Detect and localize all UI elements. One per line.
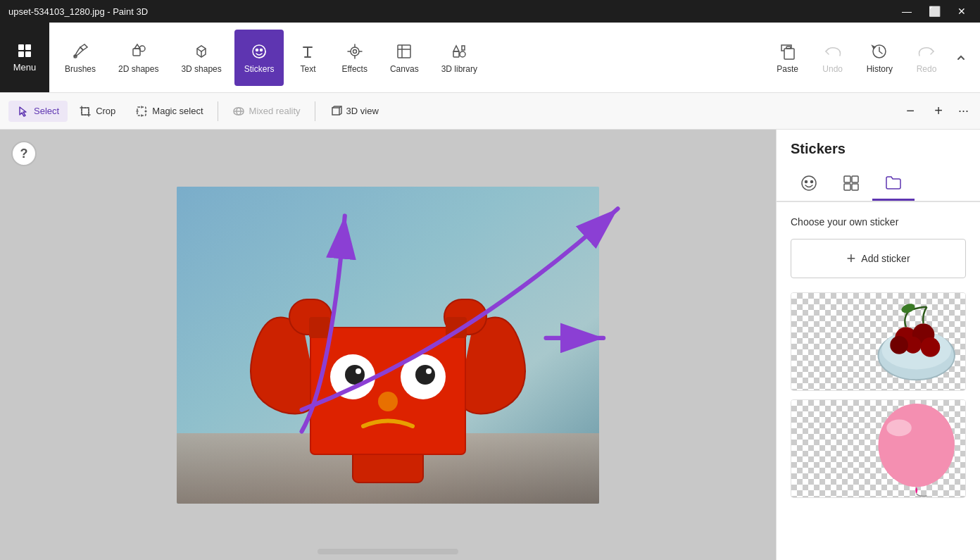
svg-point-42 [802,176,816,190]
select-icon [17,105,30,118]
zoom-out-button[interactable]: − [899,100,922,123]
svg-rect-1 [25,44,31,50]
svg-point-12 [353,49,356,53]
toolbar-canvas[interactable]: Canvas [380,30,429,86]
svg-point-10 [260,49,263,51]
svg-rect-25 [310,328,465,454]
crop-button[interactable]: Crop [70,101,124,122]
zoom-more-button[interactable]: ··· [955,101,972,121]
window-title: upset-534103_1280.jpg - Paint 3D [8,6,896,17]
3d-view-icon [329,105,342,118]
secondary-toolbar: Select Crop Magic select Mixed reality [0,93,980,130]
3dshape-icon [191,42,211,61]
toolbar-redo[interactable]: Redo [905,30,948,86]
canvas-area[interactable]: ? [0,130,776,560]
menu-icon [16,42,33,59]
add-sticker-button[interactable]: + Add sticker [791,239,966,278]
redo-icon [917,42,936,61]
toolbar-items: Brushes 2D shapes 3D shapes [49,23,758,92]
toolbar-3d-shapes[interactable]: 3D shapes [171,30,231,86]
toolbar-brushes[interactable]: Brushes [55,30,106,86]
select-label: Select [34,106,59,116]
history-label: History [867,64,893,74]
svg-rect-45 [844,176,850,182]
svg-point-58 [886,420,911,437]
svg-rect-2 [18,51,24,57]
main-toolbar: Menu Brushes 2D shapes [0,23,980,93]
canvas-icon [394,42,414,61]
svg-point-28 [345,365,365,385]
select-button[interactable]: Select [8,101,68,122]
svg-rect-16 [784,49,794,59]
stickers-label: Stickers [244,64,275,74]
panel-tab-folder[interactable] [872,166,915,201]
svg-point-44 [811,181,813,183]
maximize-button[interactable]: ⬜ [923,4,946,18]
minimize-button[interactable]: — [896,4,917,18]
folder-icon [884,173,903,192]
svg-marker-7 [134,44,140,49]
magic-select-button[interactable]: Magic select [127,101,211,122]
panel-title: Stickers [777,130,980,157]
3dlibrary-icon [449,42,469,61]
history-icon [869,42,889,61]
close-button[interactable]: ✕ [952,4,972,18]
add-sticker-label: Add sticker [861,253,910,264]
svg-point-43 [805,181,808,183]
sticker-preview-balloon[interactable] [791,399,966,498]
undo-label: Undo [822,64,843,74]
toolbar-right: Paste Undo History Redo [758,23,980,92]
toolbar-undo[interactable]: Undo [812,30,854,86]
menu-label: Menu [13,62,37,73]
svg-point-34 [378,392,398,411]
sticker-grid-icon [841,173,861,193]
menu-button[interactable]: Menu [0,23,49,92]
3d-view-button[interactable]: 3D view [321,101,387,122]
svg-point-9 [256,49,258,51]
right-panel: Stickers [776,130,980,560]
toolbar-stickers[interactable]: Stickers [234,30,284,86]
mixed-reality-button[interactable]: Mixed reality [224,101,309,122]
main-content: ? [0,130,980,560]
window-controls: — ⬜ ✕ [896,4,972,18]
svg-rect-46 [852,176,858,182]
brushes-label: Brushes [65,64,96,74]
cherries-svg [791,293,965,390]
canvas-image [177,187,599,504]
svg-rect-38 [446,317,467,338]
svg-point-33 [426,368,432,374]
sticker-preview-cherries[interactable] [791,292,966,391]
paste-label: Paste [777,64,798,74]
toolbar-2d-shapes[interactable]: 2D shapes [108,30,168,86]
toolbar-separator-1 [218,101,218,121]
svg-rect-0 [18,44,24,50]
canvas-label: Canvas [390,64,419,74]
zoom-in-button[interactable]: + [927,100,950,123]
brush-icon [70,42,90,61]
panel-tab-emoji[interactable] [788,166,830,201]
2d-shapes-label: 2D shapes [118,64,158,74]
svg-point-32 [415,365,435,385]
svg-point-11 [351,47,359,56]
3d-shapes-label: 3D shapes [181,64,221,74]
toolbar-3d-library[interactable]: 3D library [432,30,487,86]
help-button[interactable]: ? [11,141,37,166]
balloon-svg [791,400,965,497]
toolbar-effects[interactable]: Effects [332,30,377,86]
toolbar-expand[interactable] [950,52,972,63]
toolbar-text[interactable]: Text [287,30,329,86]
toolbar-history[interactable]: History [857,30,903,86]
horizontal-scrollbar[interactable] [318,549,458,554]
chevron-up-icon [955,52,967,63]
toolbar-paste[interactable]: Paste [767,30,809,86]
redo-label: Redo [917,64,937,74]
crop-label: Crop [96,106,115,116]
panel-subtitle: Choose your own sticker [791,216,966,228]
panel-tab-sticker-grid[interactable] [830,166,872,201]
svg-point-53 [921,337,941,357]
text-icon [298,42,318,61]
mixed-reality-label: Mixed reality [249,106,301,116]
svg-point-15 [460,51,465,57]
zoom-controls: − + ··· [899,100,972,123]
text-label: Text [300,64,315,74]
